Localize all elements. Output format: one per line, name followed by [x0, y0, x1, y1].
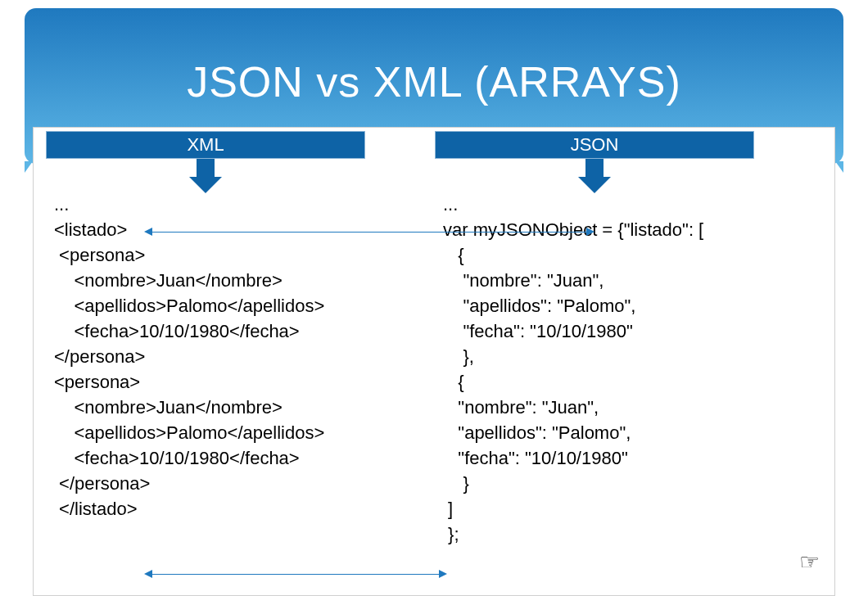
content-card: XML JSON ... <listado> <persona> <nombre… — [33, 127, 835, 596]
page-title: JSON vs XML (ARRAYS) — [25, 8, 843, 106]
arrow-down-icon — [578, 159, 611, 193]
code-block-json: ... var myJSONObject = {"listado": [ { "… — [443, 192, 703, 547]
connector-arrow-icon — [152, 574, 439, 575]
code-block-xml: ... <listado> <persona> <nombre>Juan</no… — [54, 192, 324, 522]
column-header-xml-label: XML — [187, 134, 224, 156]
banner-wedge-left — [25, 161, 33, 173]
column-header-json-label: JSON — [571, 134, 619, 156]
arrow-down-icon — [189, 159, 222, 193]
connector-arrow-icon — [152, 232, 586, 233]
banner-wedge-right — [835, 161, 843, 173]
column-header-xml: XML — [46, 131, 365, 159]
column-header-json: JSON — [435, 131, 754, 159]
hand-pointer-icon: ☞ — [799, 549, 820, 576]
